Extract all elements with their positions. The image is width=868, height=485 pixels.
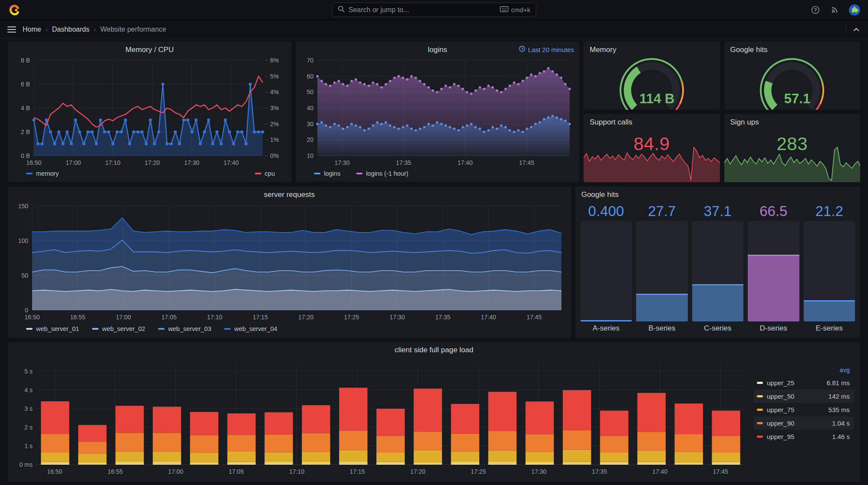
svg-text:16:55: 16:55 bbox=[70, 314, 86, 321]
time-range-label: Last 20 minutes bbox=[528, 46, 574, 53]
svg-text:17:40: 17:40 bbox=[652, 468, 667, 475]
legend-item[interactable]: web_server_02 bbox=[92, 325, 145, 332]
legend-swatch-icon bbox=[757, 422, 763, 424]
legend-avg-value: 1.04 s bbox=[832, 419, 850, 427]
menu-hamburger-icon[interactable] bbox=[7, 25, 17, 34]
dashboard-canvas: Memory / CPU 16:5017:0017:1017:2017:3017… bbox=[0, 39, 868, 485]
logins-legend: loginslogins (-1 hour) bbox=[299, 168, 576, 179]
panel-title[interactable]: Google hits bbox=[581, 190, 619, 199]
svg-text:17:25: 17:25 bbox=[344, 314, 359, 321]
grafana-logo-icon[interactable] bbox=[8, 3, 21, 16]
breadcrumb-dashboards[interactable]: Dashboards bbox=[52, 26, 89, 33]
svg-text:17:10: 17:10 bbox=[105, 159, 120, 166]
panel-logins: logins Last 20 minutes 17:3017:3517:4017… bbox=[296, 42, 579, 182]
legend-swatch-icon bbox=[757, 436, 763, 438]
search-input[interactable]: cmd+k bbox=[332, 3, 536, 17]
bar-gauge-column[interactable]: 37.1C-series bbox=[692, 202, 743, 334]
google-hits-gauge[interactable]: 57.1 bbox=[728, 56, 857, 107]
legend-item[interactable]: memory bbox=[26, 170, 59, 177]
bar-gauge-fill bbox=[636, 294, 687, 321]
search-field[interactable] bbox=[349, 6, 496, 14]
collapse-chevron-up-icon[interactable] bbox=[851, 25, 861, 34]
legend-swatch-icon bbox=[92, 328, 99, 330]
legend-row[interactable]: upper_256.81 ms bbox=[753, 376, 854, 390]
legend-item[interactable]: web_server_04 bbox=[224, 325, 277, 332]
svg-text:6 B: 6 B bbox=[21, 81, 30, 88]
bar-gauge-label: E-series bbox=[804, 321, 855, 334]
svg-text:3 s: 3 s bbox=[24, 405, 33, 412]
sign-ups-sparkline[interactable] bbox=[724, 145, 861, 182]
svg-text:5 s: 5 s bbox=[24, 368, 33, 375]
legend-avg-header[interactable]: avg bbox=[753, 366, 854, 376]
client-page-load-chart[interactable]: 16:5016:5517:0017:0517:1017:1517:2017:25… bbox=[11, 356, 747, 478]
shortcut-label: cmd+k bbox=[511, 6, 531, 13]
legend-item[interactable]: cpu bbox=[255, 170, 275, 177]
svg-text:17:45: 17:45 bbox=[526, 314, 541, 321]
server-requests-chart[interactable]: 16:5016:5517:0017:0517:1017:1517:2017:25… bbox=[11, 201, 568, 323]
bar-gauge-track bbox=[804, 221, 855, 321]
breadcrumb-home[interactable]: Home bbox=[23, 26, 41, 33]
support-calls-sparkline[interactable] bbox=[584, 145, 720, 182]
svg-text:16:55: 16:55 bbox=[108, 468, 123, 475]
panel-title[interactable]: Support calls bbox=[590, 118, 632, 127]
news-rss-icon[interactable] bbox=[830, 5, 839, 15]
svg-text:17:00: 17:00 bbox=[168, 468, 183, 475]
user-avatar[interactable] bbox=[849, 4, 860, 16]
topbar-actions: ? bbox=[811, 4, 860, 16]
legend-row[interactable]: upper_901.04 s bbox=[753, 416, 854, 430]
logins-chart[interactable]: 17:3017:3517:4017:4510203040506070 bbox=[299, 56, 576, 168]
bar-gauge-track bbox=[636, 221, 687, 321]
bar-gauge-value: 66.5 bbox=[748, 202, 799, 221]
panel-sign-ups: Sign ups 283 bbox=[724, 114, 861, 182]
svg-text:16:50: 16:50 bbox=[26, 159, 41, 166]
legend-avg-value: 6.81 ms bbox=[827, 379, 850, 387]
legend-series-name: upper_95 bbox=[767, 433, 794, 440]
breadcrumb-current-page: Website performance bbox=[100, 26, 166, 33]
server-requests-legend: web_server_01web_server_02web_server_03w… bbox=[11, 323, 568, 334]
google-hits-bar-gauge[interactable]: 0.400A-series27.7B-series37.1C-series66.… bbox=[579, 201, 857, 334]
bar-gauge-label: C-series bbox=[692, 321, 743, 334]
client-page-load-legend: avg upper_256.81 msupper_50142 msupper_7… bbox=[747, 356, 857, 478]
svg-text:17:10: 17:10 bbox=[207, 314, 222, 321]
svg-text:17:45: 17:45 bbox=[519, 159, 534, 166]
bar-gauge-column[interactable]: 0.400A-series bbox=[581, 202, 632, 334]
svg-text:57.1: 57.1 bbox=[784, 91, 810, 106]
legend-row[interactable]: upper_75535 ms bbox=[753, 403, 854, 416]
legend-series-name: upper_25 bbox=[767, 379, 794, 387]
memory-cpu-chart[interactable]: 16:5017:0017:1017:2017:3017:400 B2 B4 B6… bbox=[11, 56, 288, 168]
legend-label: memory bbox=[36, 170, 59, 177]
panel-support-calls: Support calls 84.9 bbox=[584, 114, 720, 182]
svg-text:50: 50 bbox=[307, 88, 314, 95]
bar-gauge-column[interactable]: 21.2E-series bbox=[804, 202, 855, 334]
legend-item[interactable]: web_server_03 bbox=[158, 325, 211, 332]
legend-swatch-icon bbox=[26, 173, 33, 175]
bar-gauge-column[interactable]: 27.7B-series bbox=[636, 202, 687, 334]
panel-title[interactable]: server requests bbox=[264, 190, 315, 199]
navbar-right bbox=[846, 25, 861, 34]
legend-item[interactable]: logins (-1 hour) bbox=[356, 170, 409, 177]
panel-title[interactable]: logins bbox=[428, 46, 447, 54]
bar-gauge-label: A-series bbox=[581, 321, 632, 334]
svg-text:17:15: 17:15 bbox=[253, 314, 268, 321]
panel-title[interactable]: Memory bbox=[590, 46, 616, 54]
legend-swatch-icon bbox=[757, 409, 763, 411]
legend-swatch-icon bbox=[255, 173, 261, 175]
bar-gauge-column[interactable]: 66.5D-series bbox=[748, 202, 799, 334]
memory-gauge[interactable]: 114 B bbox=[587, 56, 716, 107]
legend-row[interactable]: upper_951.46 s bbox=[753, 430, 854, 443]
help-icon[interactable]: ? bbox=[811, 5, 820, 15]
panel-time-range[interactable]: Last 20 minutes bbox=[519, 46, 574, 53]
panel-title[interactable]: Memory / CPU bbox=[125, 46, 174, 54]
panel-title[interactable]: Sign ups bbox=[730, 118, 759, 127]
panel-title[interactable]: Google hits bbox=[730, 46, 768, 54]
legend-item[interactable]: logins bbox=[314, 170, 340, 177]
svg-text:17:05: 17:05 bbox=[162, 314, 177, 321]
bar-gauge-value: 0.400 bbox=[581, 202, 632, 221]
svg-text:0 ms: 0 ms bbox=[20, 461, 33, 468]
svg-text:30: 30 bbox=[307, 121, 314, 128]
panel-title[interactable]: client side full page load bbox=[395, 346, 473, 354]
svg-text:10: 10 bbox=[307, 152, 314, 159]
legend-item[interactable]: web_server_01 bbox=[26, 325, 79, 332]
svg-text:4%: 4% bbox=[270, 88, 279, 95]
legend-row[interactable]: upper_50142 ms bbox=[753, 390, 854, 403]
